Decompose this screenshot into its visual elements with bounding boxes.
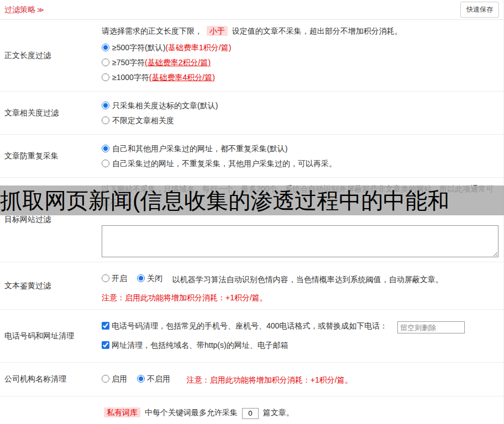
blocked-sites-textarea[interactable] — [102, 225, 498, 257]
dedup-self-only-text: 自己采集过的网址，不重复采集，其他用户采集过的，可以再采。 — [112, 158, 337, 169]
relevance-any-text: 不限定文章相关度 — [112, 115, 174, 126]
length-750-radio[interactable] — [102, 59, 109, 66]
company-off-text: 不启用 — [147, 372, 170, 385]
length-500-radio[interactable] — [102, 44, 109, 51]
phone-cleanup-text: 电话号码清理，包括常见的手机号、座机号、400电话格式，或替换成如下电话： — [112, 319, 387, 332]
keyword-limit-input[interactable] — [242, 408, 259, 419]
dedup-all-users-option[interactable]: 自己和其他用户采集过的网址，都不重复采集(默认) — [102, 143, 499, 154]
dedup-options: 自己和其他用户采集过的网址，都不重复采集(默认) 自己采集过的网址，不重复采集，… — [98, 135, 503, 177]
content-length-intro: 请选择需求的正文长度下限， 小于 设定值的文章不采集，超出部分不增加积分消耗。 — [102, 24, 499, 38]
porn-filter-options: 开启 关闭 以机器学习算法自动识别色情内容，当色情概率达到系统阈值，自动屏蔽文章… — [102, 272, 499, 286]
url-cleanup-checkbox[interactable] — [102, 341, 109, 349]
phone-cleanup-checkbox[interactable] — [102, 322, 109, 330]
page-title[interactable]: 过滤策略≫ — [4, 5, 44, 15]
company-off-option[interactable]: 不启用 — [137, 372, 170, 385]
dedup-all-users-text: 自己和其他用户采集过的网址，都不重复采集(默认) — [112, 143, 287, 154]
keyword-limit-suffix-text: 篇文章。 — [263, 408, 294, 417]
intro-suffix: 设定值的文章不采集，超出部分不增加积分消耗。 — [232, 26, 402, 35]
porn-on-option[interactable]: 开启 — [102, 272, 127, 285]
length-750-note: (基础费率2积分/篇) — [145, 57, 211, 68]
url-cleanup-line: 网址清理，包括纯域名、带http(s)的网址、电子邮箱 — [102, 338, 499, 353]
phone-cleanup-line: 电话号码清理，包括常见的手机号、座机号、400电话格式，或替换成如下电话： — [102, 319, 499, 333]
porn-filter-note: 注意：启用此功能将增加积分消耗：+1积分/篇。 — [102, 291, 499, 305]
page-title-text: 过滤策略 — [4, 5, 35, 14]
company-on-radio[interactable] — [102, 375, 109, 383]
row-content-length-filter: 正文长度过滤 请选择需求的正文长度下限， 小于 设定值的文章不采集，超出部分不增… — [0, 20, 503, 92]
relevance-any-option[interactable]: 不限定文章相关度 — [102, 115, 499, 126]
watermark-overlay-text: 抓取网页新闻(信息收集的渗透过程中的中能和 — [0, 186, 504, 215]
phone-url-content: 电话号码清理，包括常见的手机号、座机号、400电话格式，或替换成如下电话： 网址… — [98, 310, 503, 362]
keyword-dedup-content: 私有词库 中每个关键词最多允许采集 篇文章。 如果留空或设为0，则不限篇数。 如… — [98, 396, 503, 424]
dedup-all-users-radio[interactable] — [102, 145, 109, 152]
company-cleanup-note: 注意：启用此功能将增加积分消耗：+1积分/篇。 — [187, 375, 353, 384]
length-500-text: ≥500字符(默认) — [112, 42, 165, 53]
row-relevance-filter: 文章相关度过滤 只采集相关度达标的文章(默认) 不限定文章相关度 — [0, 92, 503, 135]
keyword-limit-line: 私有词库 中每个关键词最多允许采集 篇文章。 — [102, 406, 499, 419]
porn-filter-content: 开启 关闭 以机器学习算法自动识别色情内容，当色情概率达到系统阈值，自动屏蔽文章… — [98, 262, 503, 309]
keyword-dedup-label: 关键词防重复采集 — [0, 396, 98, 424]
length-500-option[interactable]: ≥500字符(默认) (基础费率1积分/篇) — [102, 42, 499, 53]
length-1000-option[interactable]: ≥1000字符 (基础费率4积分/篇) — [102, 72, 499, 83]
length-1000-text: ≥1000字符 — [112, 72, 149, 83]
private-lexicon-badge: 私有词库 — [104, 407, 140, 417]
topbar: 过滤策略≫ 快速保存 — [0, 0, 503, 20]
porn-on-text: 开启 — [112, 272, 127, 285]
row-phone-url-cleanup: 电话号码和网址清理 电话号码清理，包括常见的手机号、座机号、400电话格式，或替… — [0, 310, 503, 363]
row-company-cleanup: 公司机构名称清理 启用 不启用 注意：启用此功能将增加积分消耗：+1积分/篇。 — [0, 363, 503, 396]
relevance-strict-option[interactable]: 只采集相关度达标的文章(默认) — [102, 100, 499, 111]
highlight-less-than: 小于 — [207, 26, 228, 36]
length-750-option[interactable]: ≥750字符 (基础费率2积分/篇) — [102, 57, 499, 68]
dedup-self-only-radio[interactable] — [102, 160, 109, 167]
row-dedup-collection: 文章防重复采集 自己和其他用户采集过的网址，都不重复采集(默认) 自己采集过的网… — [0, 135, 503, 178]
keyword-limit-mid-text: 中每个关键词最多允许采集 — [145, 408, 238, 417]
url-cleanup-text: 网址清理，包括纯域名、带http(s)的网址、电子邮箱 — [112, 338, 288, 352]
chevron-collapse-icon: ≫ — [37, 6, 44, 14]
intro-prefix: 请选择需求的正文长度下限， — [102, 26, 202, 35]
company-on-option[interactable]: 启用 — [102, 372, 127, 385]
row-keyword-dedup: 关键词防重复采集 私有词库 中每个关键词最多允许采集 篇文章。 如果留空或设为0… — [0, 396, 503, 424]
quick-save-button[interactable]: 快速保存 — [460, 2, 499, 18]
porn-off-text: 关闭 — [147, 272, 162, 285]
relevance-any-radio[interactable] — [102, 116, 109, 124]
content-length-options: 请选择需求的正文长度下限， 小于 设定值的文章不采集，超出部分不增加积分消耗。 … — [98, 20, 503, 91]
replacement-phone-input[interactable] — [397, 321, 465, 333]
length-500-note: (基础费率1积分/篇) — [165, 42, 231, 53]
porn-off-radio[interactable] — [137, 274, 145, 282]
length-1000-note: (基础费率4积分/篇) — [149, 72, 215, 83]
company-cleanup-options: 启用 不启用 注意：启用此功能将增加积分消耗：+1积分/篇。 — [102, 372, 499, 386]
company-cleanup-label: 公司机构名称清理 — [0, 363, 98, 396]
porn-filter-label: 文本鉴黄过滤 — [0, 262, 98, 309]
url-cleanup-option[interactable]: 网址清理，包括纯域名、带http(s)的网址、电子邮箱 — [102, 338, 288, 352]
relevance-label: 文章相关度过滤 — [0, 92, 98, 134]
porn-off-option[interactable]: 关闭 — [137, 272, 162, 285]
company-on-text: 启用 — [112, 372, 127, 385]
length-1000-radio[interactable] — [102, 73, 109, 81]
porn-filter-description: 以机器学习算法自动识别色情内容，当色情概率达到系统阈值，自动屏蔽文章。 — [172, 275, 443, 284]
dedup-label: 文章防重复采集 — [0, 135, 98, 177]
relevance-strict-text: 只采集相关度达标的文章(默认) — [112, 100, 218, 111]
phone-cleanup-option[interactable]: 电话号码清理，包括常见的手机号、座机号、400电话格式，或替换成如下电话： — [102, 319, 387, 332]
row-porn-filter: 文本鉴黄过滤 开启 关闭 以机器学习算法自动识别色情内容，当色情概率达到系统阈值… — [0, 262, 503, 310]
filter-strategy-page: 过滤策略≫ 快速保存 正文长度过滤 请选择需求的正文长度下限， 小于 设定值的文… — [0, 0, 504, 424]
relevance-strict-radio[interactable] — [102, 102, 109, 109]
content-length-label: 正文长度过滤 — [0, 20, 98, 91]
relevance-options: 只采集相关度达标的文章(默认) 不限定文章相关度 — [98, 92, 503, 134]
company-cleanup-content: 启用 不启用 注意：启用此功能将增加积分消耗：+1积分/篇。 — [98, 363, 503, 396]
dedup-self-only-option[interactable]: 自己采集过的网址，不重复采集，其他用户采集过的，可以再采。 — [102, 158, 499, 169]
company-off-radio[interactable] — [137, 375, 145, 383]
phone-url-label: 电话号码和网址清理 — [0, 310, 98, 362]
porn-on-radio[interactable] — [102, 274, 109, 282]
length-750-text: ≥750字符 — [112, 57, 145, 68]
